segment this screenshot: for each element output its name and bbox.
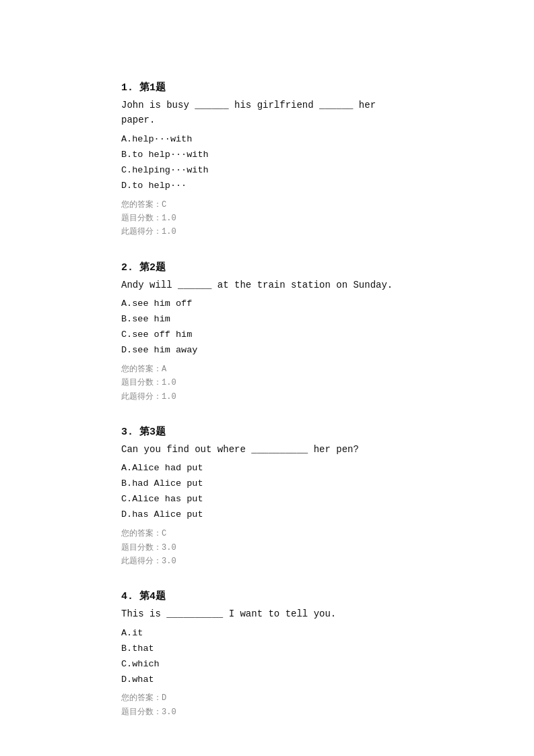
your-answer-2: 您的答案：A (121, 363, 413, 376)
option-3-B: B.had Alice put (121, 476, 413, 492)
your-answer-1: 您的答案：C (121, 198, 413, 212)
question-block-4: 4. 第4题This is __________ I want to tell … (121, 590, 413, 719)
earned-1: 此题得分：1.0 (121, 225, 413, 239)
option-2-A: A.see him off (121, 296, 413, 312)
option-3-D: D.has Alice put (121, 507, 413, 523)
question-title-4: 4. 第4题 (121, 590, 413, 602)
question-text-3: Can you find out where __________ her pe… (121, 442, 413, 457)
question-text-4: This is __________ I want to tell you. (121, 606, 413, 621)
option-4-C: C.which (121, 657, 413, 672)
option-1-B: B.to help···with (121, 148, 413, 163)
question-text-2: Andy will ______ at the train station on… (121, 278, 413, 292)
option-3-C: C.Alice has put (121, 492, 413, 507)
question-block-3: 3. 第3题Can you find out where __________ … (121, 425, 413, 568)
question-text-1: John is busy ______ his girlfriend _____… (121, 98, 413, 128)
option-4-A: A.it (121, 626, 413, 641)
question-block-1: 1. 第1题John is busy ______ his girlfriend… (121, 81, 413, 239)
question-meta-1: 您的答案：C题目分数：1.0此题得分：1.0 (121, 198, 413, 239)
earned-2: 此题得分：1.0 (121, 390, 413, 404)
question-title-3: 3. 第3题 (121, 425, 413, 438)
score-1: 题目分数：1.0 (121, 212, 413, 225)
your-answer-4: 您的答案：D (121, 691, 413, 705)
question-meta-2: 您的答案：A题目分数：1.0此题得分：1.0 (121, 363, 413, 404)
option-1-D: D.to help··· (121, 179, 413, 194)
score-4: 题目分数：3.0 (121, 705, 413, 719)
option-2-D: D.see him away (121, 343, 413, 358)
score-3: 题目分数：3.0 (121, 541, 413, 555)
option-2-C: C.see off him (121, 327, 413, 343)
option-1-A: A.help···with (121, 132, 413, 148)
question-meta-4: 您的答案：D题目分数：3.0 (121, 691, 413, 719)
question-meta-3: 您的答案：C题目分数：3.0此题得分：3.0 (121, 527, 413, 568)
option-4-D: D.what (121, 672, 413, 688)
option-4-B: B.that (121, 641, 413, 657)
score-2: 题目分数：1.0 (121, 376, 413, 389)
option-2-B: B.see him (121, 312, 413, 327)
option-3-A: A.Alice had put (121, 461, 413, 476)
your-answer-3: 您的答案：C (121, 527, 413, 540)
questions-container: 1. 第1题John is busy ______ his girlfriend… (121, 81, 413, 719)
question-title-2: 2. 第2题 (121, 261, 413, 274)
option-1-C: C.helping···with (121, 163, 413, 179)
question-block-2: 2. 第2题Andy will ______ at the train stat… (121, 261, 413, 404)
earned-3: 此题得分：3.0 (121, 555, 413, 568)
question-title-1: 1. 第1题 (121, 81, 413, 94)
